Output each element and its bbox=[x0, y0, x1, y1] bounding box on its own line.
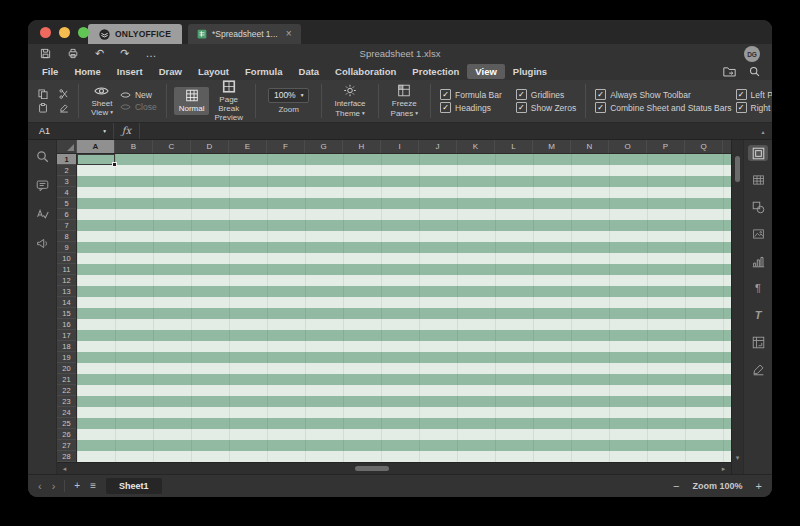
minimize-window-button[interactable] bbox=[59, 27, 70, 38]
open-file-location-button[interactable] bbox=[723, 66, 736, 77]
menu-item-draw[interactable]: Draw bbox=[151, 64, 190, 79]
scroll-left-arrow[interactable]: ◂ bbox=[60, 465, 69, 472]
paste-button[interactable] bbox=[38, 103, 48, 113]
insert-function-button[interactable]: ƒx bbox=[114, 123, 140, 139]
checkbox-right-panel[interactable]: ✓Right Panel bbox=[736, 102, 772, 113]
menu-item-data[interactable]: Data bbox=[291, 64, 328, 79]
column-header-j[interactable]: J bbox=[419, 140, 457, 153]
vertical-scrollbar[interactable]: ▾ bbox=[731, 140, 743, 474]
spellcheck-panel-button[interactable] bbox=[32, 206, 52, 222]
checkbox-combine-sheet-and-status-bars[interactable]: ✓Combine Sheet and Status Bars bbox=[595, 102, 731, 113]
cell-settings-button[interactable] bbox=[748, 145, 768, 161]
signature-settings-button[interactable] bbox=[748, 361, 768, 377]
fullscreen-window-button[interactable] bbox=[78, 27, 89, 38]
zoom-in-button[interactable]: + bbox=[756, 480, 762, 492]
image-settings-button[interactable] bbox=[748, 226, 768, 242]
row-header-9[interactable]: 9 bbox=[57, 242, 76, 253]
menu-item-plugins[interactable]: Plugins bbox=[505, 64, 555, 79]
checkbox-headings[interactable]: ✓Headings bbox=[440, 102, 502, 113]
row-header-2[interactable]: 2 bbox=[57, 165, 76, 176]
column-header-g[interactable]: G bbox=[305, 140, 343, 153]
row-header-7[interactable]: 7 bbox=[57, 220, 76, 231]
cut-button[interactable] bbox=[59, 89, 69, 99]
row-header-26[interactable]: 26 bbox=[57, 429, 76, 440]
user-avatar[interactable]: DG bbox=[744, 46, 760, 62]
row-header-15[interactable]: 15 bbox=[57, 308, 76, 319]
search-panel-button[interactable] bbox=[32, 148, 52, 164]
checkbox-gridlines[interactable]: ✓Gridlines bbox=[516, 89, 576, 100]
undo-button[interactable]: ↶ bbox=[95, 48, 104, 59]
save-button[interactable] bbox=[40, 48, 51, 59]
row-header-6[interactable]: 6 bbox=[57, 209, 76, 220]
horizontal-scrollbar[interactable]: ◂ ▸ bbox=[57, 462, 731, 474]
sheet-tab-sheet1[interactable]: Sheet1 bbox=[106, 478, 162, 494]
checkbox-left-panel[interactable]: ✓Left Panel bbox=[736, 89, 772, 100]
checkbox-show-zeros[interactable]: ✓Show Zeros bbox=[516, 102, 576, 113]
zoom-out-button[interactable]: − bbox=[673, 480, 679, 492]
table-settings-button[interactable] bbox=[748, 172, 768, 188]
print-button[interactable] bbox=[67, 48, 79, 59]
menu-item-insert[interactable]: Insert bbox=[109, 64, 151, 79]
zoom-dropdown[interactable]: 100% ▾ bbox=[268, 88, 310, 103]
copy-style-button[interactable] bbox=[59, 103, 69, 113]
column-header-m[interactable]: M bbox=[533, 140, 571, 153]
row-header-23[interactable]: 23 bbox=[57, 396, 76, 407]
column-header-d[interactable]: D bbox=[191, 140, 229, 153]
comments-panel-button[interactable] bbox=[32, 177, 52, 193]
paragraph-settings-button[interactable]: ¶ bbox=[748, 280, 768, 296]
text-art-settings-button[interactable]: T bbox=[748, 307, 768, 323]
add-sheet-button[interactable]: + bbox=[74, 481, 80, 491]
tab-document[interactable]: *Spreadsheet 1... × bbox=[188, 24, 301, 44]
copy-button[interactable] bbox=[38, 89, 48, 99]
row-header-17[interactable]: 17 bbox=[57, 330, 76, 341]
column-header-i[interactable]: I bbox=[381, 140, 419, 153]
select-all-corner[interactable] bbox=[57, 140, 77, 153]
chart-settings-button[interactable] bbox=[748, 253, 768, 269]
normal-view-button[interactable]: Normal bbox=[174, 87, 210, 115]
row-header-3[interactable]: 3 bbox=[57, 176, 76, 187]
close-sheet-view-button[interactable]: Close bbox=[120, 103, 157, 112]
menu-item-home[interactable]: Home bbox=[66, 64, 108, 79]
menu-item-file[interactable]: File bbox=[34, 64, 66, 79]
checkbox-formula-bar[interactable]: ✓Formula Bar bbox=[440, 89, 502, 100]
row-header-13[interactable]: 13 bbox=[57, 286, 76, 297]
menu-item-view[interactable]: View bbox=[467, 64, 504, 79]
row-header-1[interactable]: 1 bbox=[57, 154, 76, 165]
row-header-8[interactable]: 8 bbox=[57, 231, 76, 242]
column-header-k[interactable]: K bbox=[457, 140, 495, 153]
row-header-5[interactable]: 5 bbox=[57, 198, 76, 209]
menu-item-layout[interactable]: Layout bbox=[190, 64, 237, 79]
shape-settings-button[interactable] bbox=[748, 199, 768, 215]
column-header-n[interactable]: N bbox=[571, 140, 609, 153]
zoom-level-label[interactable]: Zoom 100% bbox=[693, 481, 743, 491]
row-header-22[interactable]: 22 bbox=[57, 385, 76, 396]
scroll-down-arrow[interactable]: ▾ bbox=[732, 454, 743, 461]
row-header-11[interactable]: 11 bbox=[57, 264, 76, 275]
freeze-panes-button[interactable]: Freeze Panes▾ bbox=[386, 82, 423, 119]
column-header-p[interactable]: P bbox=[647, 140, 685, 153]
row-header-16[interactable]: 16 bbox=[57, 319, 76, 330]
row-header-4[interactable]: 4 bbox=[57, 187, 76, 198]
close-document-icon[interactable]: × bbox=[286, 29, 292, 39]
more-actions-button[interactable]: … bbox=[145, 48, 156, 59]
column-header-h[interactable]: H bbox=[343, 140, 381, 153]
menu-item-formula[interactable]: Formula bbox=[237, 64, 290, 79]
tab-onlyoffice[interactable]: ONLYOFFICE bbox=[88, 24, 182, 44]
row-header-12[interactable]: 12 bbox=[57, 275, 76, 286]
new-sheet-view-button[interactable]: New bbox=[120, 91, 157, 100]
vertical-scroll-thumb[interactable] bbox=[735, 156, 740, 182]
page-break-preview-button[interactable]: Page Break Preview bbox=[209, 78, 247, 125]
column-header-b[interactable]: B bbox=[115, 140, 153, 153]
cells-area[interactable] bbox=[77, 154, 731, 462]
pivot-table-settings-button[interactable] bbox=[748, 334, 768, 350]
prev-sheet-button[interactable]: ‹ bbox=[38, 480, 42, 492]
next-sheet-button[interactable]: › bbox=[52, 480, 56, 492]
column-header-l[interactable]: L bbox=[495, 140, 533, 153]
sheet-view-button[interactable]: Sheet View▾ bbox=[86, 83, 118, 119]
column-header-a[interactable]: A bbox=[77, 140, 115, 153]
menu-item-protection[interactable]: Protection bbox=[404, 64, 467, 79]
interface-theme-button[interactable]: Interface Theme▾ bbox=[329, 82, 370, 119]
menu-item-collaboration[interactable]: Collaboration bbox=[327, 64, 404, 79]
row-header-20[interactable]: 20 bbox=[57, 363, 76, 374]
row-header-27[interactable]: 27 bbox=[57, 440, 76, 451]
